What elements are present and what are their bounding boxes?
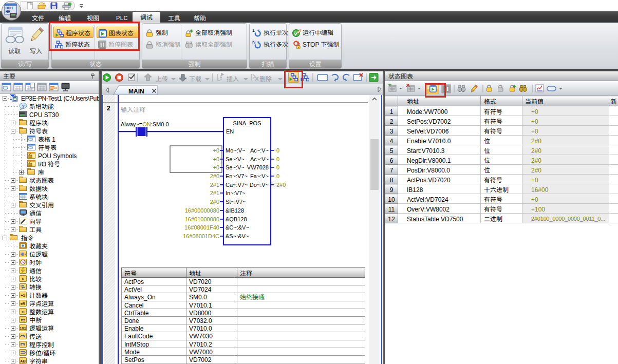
svg-text:101: 101 xyxy=(20,326,26,331)
svg-text:&C~:&V~: &C~:&V~ xyxy=(226,223,249,231)
svg-text:Fa~:V~: Fa~:V~ xyxy=(250,171,269,180)
svg-text:>: > xyxy=(22,277,24,281)
svg-text:VW7028: VW7028 xyxy=(247,163,269,171)
svg-text:HH: HH xyxy=(6,9,11,14)
svg-text:2#1: 2#1 xyxy=(210,180,219,188)
svg-text:2#0: 2#0 xyxy=(210,171,219,180)
svg-text:16#08001D4C: 16#08001D4C xyxy=(183,232,219,240)
svg-text:+1: +1 xyxy=(21,293,25,298)
svg-text:&IB128: &IB128 xyxy=(226,206,244,214)
svg-text:ttt: ttt xyxy=(21,318,25,322)
svg-text:Ac~:V~: Ac~:V~ xyxy=(250,155,269,163)
svg-text:0: 0 xyxy=(276,163,279,171)
svg-text:+0: +0 xyxy=(213,155,219,163)
svg-text:&QB128: &QB128 xyxy=(226,215,247,223)
svg-text:Ac~:V~: Ac~:V~ xyxy=(250,146,269,154)
svg-text:EN: EN xyxy=(226,127,234,135)
svg-text:Alway~=ON:SM0.0: Alway~=ON:SM0.0 xyxy=(121,120,169,128)
svg-text:Do~:V~: Do~:V~ xyxy=(250,180,269,188)
svg-text:2: 2 xyxy=(107,103,110,112)
svg-text:0: 0 xyxy=(276,146,279,154)
svg-text:1: 1 xyxy=(252,28,255,33)
svg-text:+0: +0 xyxy=(213,163,219,171)
svg-text:16#00000080: 16#00000080 xyxy=(185,206,219,214)
svg-text:16#08001F40: 16#08001F40 xyxy=(184,223,219,231)
svg-text:2#0: 2#0 xyxy=(210,197,219,205)
svg-text:AB: AB xyxy=(20,359,26,363)
svg-text:±I: ±I xyxy=(21,310,24,314)
svg-text:&S~:&V~: &S~:&V~ xyxy=(226,232,249,240)
svg-text:Se~:V~: Se~:V~ xyxy=(226,163,245,171)
svg-text:2#1: 2#1 xyxy=(210,188,219,197)
svg-text:2#0: 2#0 xyxy=(276,180,286,188)
svg-text:0: 0 xyxy=(276,171,279,180)
svg-text:16#01000080: 16#01000080 xyxy=(185,215,219,223)
svg-text:Se~:V~: Se~:V~ xyxy=(226,155,245,163)
svg-text:SINA_POS: SINA_POS xyxy=(233,119,261,127)
svg-text:In~:V7~: In~:V7~ xyxy=(226,188,246,197)
svg-text:Ca~:V7~: Ca~:V7~ xyxy=(226,180,248,188)
svg-text:N: N xyxy=(252,40,256,45)
svg-text:+0: +0 xyxy=(213,146,219,154)
svg-text:?: ? xyxy=(22,103,25,109)
svg-text:0: 0 xyxy=(276,155,279,163)
svg-text:Mo~:V~: Mo~:V~ xyxy=(226,146,246,154)
svg-text:St~:V7~: St~:V7~ xyxy=(226,197,246,205)
svg-text:±R: ±R xyxy=(21,301,26,306)
svg-text:输入注释: 输入注释 xyxy=(121,105,145,113)
svg-text:En~:V7~: En~:V7~ xyxy=(226,171,248,180)
